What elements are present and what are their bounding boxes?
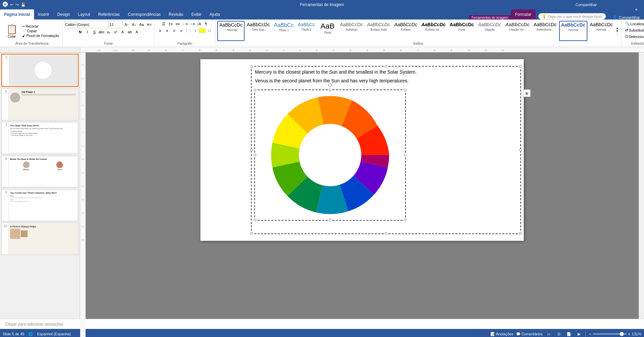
handle-cw-br[interactable] <box>404 219 407 221</box>
handle-cw-bl[interactable] <box>254 219 256 221</box>
font-shrink-button[interactable]: A↓ <box>131 22 137 28</box>
style-item-enfase-int[interactable]: AaBbCcDc Ênfase Int... <box>420 21 447 41</box>
paste-button[interactable]: 📋 Colar <box>3 23 20 39</box>
increase-indent-button[interactable]: →≡ <box>189 21 195 27</box>
handle-cw-tr[interactable] <box>404 89 407 91</box>
handle-cw-ml[interactable] <box>254 154 256 156</box>
style-item-titulo2[interactable]: AaBbCc Título 2 <box>296 21 317 41</box>
style-item-enfase[interactable]: AaBbCcDc Ênfase <box>392 21 419 41</box>
clear-format-button[interactable]: ✕A <box>146 22 152 28</box>
handle-bl[interactable] <box>250 232 253 235</box>
style-item-normal[interactable]: AaBbCcDc ↑ Normal <box>217 21 244 41</box>
copy-button[interactable]: 📄 Copiar <box>21 29 60 33</box>
multilevel-list-button[interactable]: ≡≡ <box>174 21 181 27</box>
share-area[interactable]: 👤 Compartilhar <box>609 15 644 20</box>
tab-formatar[interactable]: Formatar <box>511 9 536 20</box>
slideshow-view-button[interactable]: ▶ <box>575 330 583 337</box>
tab-exibir[interactable]: Exibir <box>187 9 205 20</box>
normal-view-button[interactable]: ▭ <box>545 330 552 337</box>
style-item-titulo[interactable]: AaB Título <box>317 21 337 41</box>
quick-access-undo[interactable]: ↩ <box>10 2 13 7</box>
slide-thumb-5[interactable]: 5 <box>1 54 78 87</box>
subscript-button[interactable]: x₂ <box>105 29 112 35</box>
color-wheel-selection[interactable] <box>254 89 406 221</box>
notes-area[interactable]: Clique para adicionar anotações <box>0 319 644 329</box>
style-item-sem-esp[interactable]: AaBbCcDc ↑ Sem Esp... <box>245 21 271 41</box>
handle-cw-tl[interactable] <box>254 89 256 91</box>
diga-me-search[interactable]: 💡 Diga-me o que você deseja fazer <box>538 13 606 20</box>
zoom-percent[interactable]: 131% <box>632 332 641 336</box>
style-item-citacao[interactable]: AaBbCcDc Citação <box>476 21 503 41</box>
shading-button[interactable] <box>199 28 206 33</box>
columns-button[interactable]: ⋮⋮ <box>185 28 192 34</box>
superscript-button[interactable]: x² <box>112 29 119 35</box>
align-center-button[interactable]: ≡ <box>164 28 170 34</box>
find-button[interactable]: 🔍 Localizar ▼ <box>624 21 644 27</box>
numbering-button[interactable]: 1≡ <box>167 21 174 27</box>
rotate-handle-text[interactable] <box>328 83 332 87</box>
handle-tl[interactable] <box>250 65 253 68</box>
close-button[interactable]: ✕ <box>629 5 644 14</box>
italic-button[interactable]: I <box>84 29 91 35</box>
handle-tm[interactable] <box>385 65 387 68</box>
reading-view-button[interactable]: 📄 <box>565 330 573 337</box>
quick-access-save[interactable]: 💾 <box>21 3 26 7</box>
underline-button[interactable]: S <box>91 29 98 35</box>
text-color-button[interactable]: A <box>119 29 126 35</box>
style-item-subtitulo[interactable]: AaBbCcDc Subtítulo <box>338 21 364 41</box>
handle-br[interactable] <box>519 232 522 235</box>
replace-button[interactable]: ⇄ Substituir <box>624 27 644 33</box>
strikethrough-button[interactable]: abc <box>98 29 105 35</box>
tab-design[interactable]: Design <box>53 9 74 20</box>
styles-scroll-down[interactable]: ▲ ▼ ⋮ <box>615 21 619 41</box>
style-item-normal2[interactable]: AaBbCcDc Normal <box>588 21 614 41</box>
bullets-button[interactable]: ☰ <box>160 21 167 27</box>
slide-thumb-9[interactable]: 9 You Could Use Three Columns, Why Not? … <box>1 189 78 221</box>
tab-referencias[interactable]: Referências <box>94 9 124 20</box>
style-item-referencia[interactable]: AaBbCcDc Referência... <box>532 21 558 41</box>
handle-cw-bm[interactable] <box>329 219 331 221</box>
bold-button[interactable]: N <box>77 29 84 35</box>
change-case-button[interactable]: Aa <box>138 22 145 28</box>
font-color-picker[interactable]: A <box>133 29 140 35</box>
style-item-normal-active[interactable]: AaBbCcDc Normal <box>559 21 587 41</box>
style-item-titulo1[interactable]: AaBbCc Título 1 <box>272 21 295 41</box>
handle-tr[interactable] <box>519 65 522 68</box>
show-marks-button[interactable]: ¶ <box>203 21 210 27</box>
handle-cw-tm[interactable] <box>329 89 331 91</box>
border-button[interactable]: □ <box>206 28 213 34</box>
zoom-in-button[interactable]: + <box>628 331 631 337</box>
tab-ajuda[interactable]: Ajuda <box>205 9 224 20</box>
tab-layout[interactable]: Layout <box>74 9 94 20</box>
zoom-thumb[interactable] <box>620 332 624 336</box>
slide-canvas[interactable]: Mercury is the closest planet to the Sun… <box>200 59 524 241</box>
style-item-forte[interactable]: AaBbCcDc Forte <box>448 21 476 41</box>
slide-thumb-6[interactable]: 6 Cat Power 1 <box>1 88 78 120</box>
line-spacing-button[interactable]: ↕ <box>192 28 199 34</box>
cut-button[interactable]: ✂ Recortar <box>21 24 60 29</box>
notes-toggle[interactable]: 📝 Anotações <box>490 332 513 336</box>
handle-bm[interactable] <box>385 232 387 235</box>
slide-thumb-7[interactable]: 7 The Slide Title Goes Here! Do you know… <box>1 122 78 154</box>
align-left-button[interactable]: ≡ <box>157 28 163 34</box>
layout-options-button[interactable]: ⊞ <box>523 89 530 97</box>
tab-revisao[interactable]: Revisão <box>165 9 187 20</box>
tab-correspondencias[interactable]: Correspondências <box>124 9 164 20</box>
handle-mr[interactable] <box>519 149 522 151</box>
tab-inserir[interactable]: Inserir <box>34 9 53 20</box>
slide-thumb-10[interactable]: 10 A Picture Always Helps <box>1 223 78 255</box>
slide-thumb-8[interactable]: 8 Maybe You Need to Divide the Content M… <box>1 155 78 188</box>
select-button[interactable]: ⊡ Selecionar ▼ <box>624 34 644 39</box>
handle-cw-mr[interactable] <box>404 154 407 156</box>
zoom-slider[interactable] <box>593 333 626 335</box>
justify-button[interactable]: ≡ <box>178 28 185 34</box>
align-right-button[interactable]: ≡ <box>171 28 178 34</box>
quick-access-redo[interactable]: ↪ <box>15 2 19 7</box>
style-item-enfase-sutil[interactable]: AaBbCcDc Ênfase Sutil <box>365 21 392 41</box>
share-button[interactable]: Compartilhar <box>576 3 597 7</box>
slide-selection-box[interactable]: Mercury is the closest planet to the Sun… <box>251 66 521 234</box>
style-item-citacao-int[interactable]: AaBbCcDc Citação Int... <box>504 21 531 41</box>
decrease-indent-button[interactable]: ←≡ <box>182 21 188 27</box>
handle-ml[interactable] <box>250 149 253 151</box>
format-painter-button[interactable]: 🖌 Pincel de Formatação <box>21 34 60 38</box>
